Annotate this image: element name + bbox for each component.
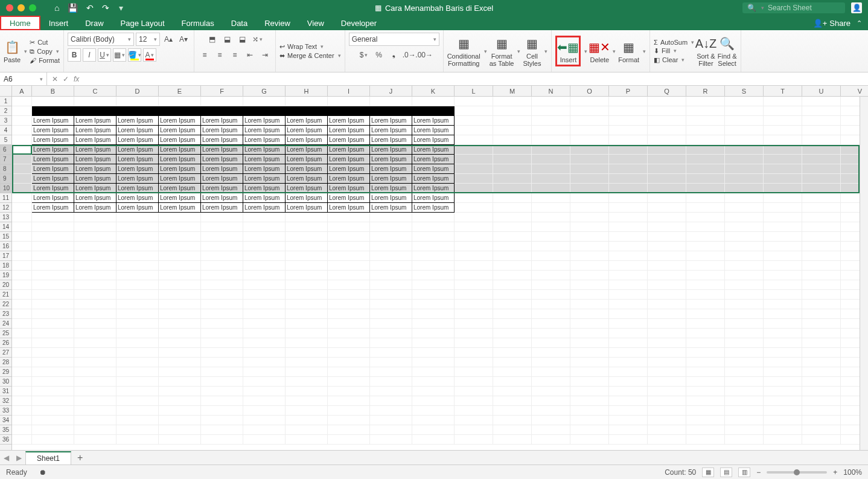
cell[interactable]: [12, 232, 32, 242]
cell[interactable]: [493, 435, 532, 445]
cell[interactable]: Lorem Ipsum: [328, 203, 370, 213]
format-painter-button[interactable]: 🖌Format: [30, 57, 60, 64]
cell[interactable]: [455, 251, 493, 261]
row-header[interactable]: 12: [0, 203, 11, 213]
cell[interactable]: Lorem Ipsum: [412, 174, 455, 184]
cell[interactable]: [159, 300, 201, 309]
row-header[interactable]: 11: [0, 193, 11, 203]
cell[interactable]: [116, 300, 159, 309]
cell[interactable]: Lorem Ipsum: [201, 126, 243, 135]
cell[interactable]: [609, 425, 648, 435]
cell[interactable]: [286, 338, 328, 348]
cell[interactable]: [12, 184, 32, 193]
cell[interactable]: [159, 416, 201, 425]
cell[interactable]: [570, 300, 609, 309]
cell[interactable]: [802, 213, 841, 222]
cell[interactable]: [328, 338, 370, 348]
cell[interactable]: [532, 309, 570, 319]
cell[interactable]: [532, 232, 570, 242]
cell[interactable]: [725, 251, 764, 261]
cell[interactable]: [116, 396, 159, 406]
cell[interactable]: Lorem Ipsum: [328, 193, 370, 203]
cell[interactable]: [116, 222, 159, 232]
cell[interactable]: [12, 425, 32, 435]
cell[interactable]: [725, 116, 764, 126]
cell[interactable]: [493, 319, 532, 329]
cell[interactable]: [243, 309, 286, 319]
cell[interactable]: Lorem Ipsum: [328, 174, 370, 184]
cell[interactable]: [286, 309, 328, 319]
row-header[interactable]: 23: [0, 309, 11, 319]
cell[interactable]: [74, 425, 116, 435]
cell[interactable]: [686, 145, 725, 155]
cell[interactable]: [802, 425, 841, 435]
cell[interactable]: Lorem Ipsum: [32, 126, 74, 135]
cell[interactable]: [609, 135, 648, 145]
cell[interactable]: [32, 213, 74, 222]
cell[interactable]: [243, 377, 286, 387]
cell[interactable]: [412, 416, 455, 425]
minimize-window-button[interactable]: [18, 4, 25, 11]
cell[interactable]: [493, 290, 532, 300]
cell[interactable]: Lorem Ipsum: [159, 203, 201, 213]
cell[interactable]: [570, 174, 609, 184]
cell[interactable]: [532, 135, 570, 145]
cell[interactable]: [686, 387, 725, 396]
cell[interactable]: [725, 290, 764, 300]
paste-button[interactable]: 📋 Paste: [4, 39, 21, 63]
cell[interactable]: [648, 329, 686, 338]
cell[interactable]: [493, 367, 532, 377]
cell[interactable]: [370, 387, 412, 396]
cell[interactable]: [455, 174, 493, 184]
format-cells-button[interactable]: ▦ Format: [618, 39, 639, 63]
cell[interactable]: [493, 416, 532, 425]
cell[interactable]: [493, 329, 532, 338]
cell[interactable]: [764, 271, 802, 280]
cell[interactable]: [648, 377, 686, 387]
cell[interactable]: [286, 106, 328, 116]
cell[interactable]: [802, 106, 841, 116]
cell[interactable]: [570, 290, 609, 300]
cell[interactable]: Lorem Ipsum: [328, 135, 370, 145]
tab-insert[interactable]: Insert: [40, 16, 77, 30]
cell[interactable]: [243, 416, 286, 425]
sheet-nav-prev-icon[interactable]: ◀: [0, 454, 13, 462]
cell[interactable]: [455, 377, 493, 387]
cell[interactable]: [648, 126, 686, 135]
cell[interactable]: [725, 97, 764, 106]
cell[interactable]: [243, 367, 286, 377]
cell[interactable]: Lorem Ipsum: [328, 155, 370, 164]
cell[interactable]: [74, 97, 116, 106]
cell[interactable]: [570, 435, 609, 445]
formula-input[interactable]: [84, 72, 868, 85]
row-header[interactable]: 33: [0, 406, 11, 416]
cell[interactable]: Lorem Ipsum: [159, 155, 201, 164]
cell[interactable]: Lorem Ipsum: [412, 193, 455, 203]
cell[interactable]: [570, 251, 609, 261]
cell[interactable]: [686, 300, 725, 309]
cell[interactable]: [455, 164, 493, 174]
cell[interactable]: [570, 396, 609, 406]
cell[interactable]: [32, 309, 74, 319]
cell[interactable]: [243, 222, 286, 232]
cell[interactable]: [609, 280, 648, 290]
cell[interactable]: [686, 222, 725, 232]
align-middle-icon[interactable]: ⬓: [220, 33, 234, 46]
cell[interactable]: [12, 435, 32, 445]
cell[interactable]: [532, 406, 570, 416]
cell[interactable]: [648, 242, 686, 251]
cell[interactable]: [412, 280, 455, 290]
column-header[interactable]: V: [841, 86, 868, 96]
cell[interactable]: [455, 232, 493, 242]
cell[interactable]: [116, 338, 159, 348]
cell[interactable]: [12, 203, 32, 213]
cell[interactable]: [159, 367, 201, 377]
cell[interactable]: [686, 261, 725, 271]
cell[interactable]: [159, 348, 201, 358]
cell[interactable]: [609, 261, 648, 271]
cell[interactable]: [12, 135, 32, 145]
orientation-icon[interactable]: ⤭▾: [251, 33, 264, 46]
cell[interactable]: [609, 193, 648, 203]
cell[interactable]: [532, 358, 570, 367]
cell[interactable]: Lorem Ipsum: [116, 164, 159, 174]
